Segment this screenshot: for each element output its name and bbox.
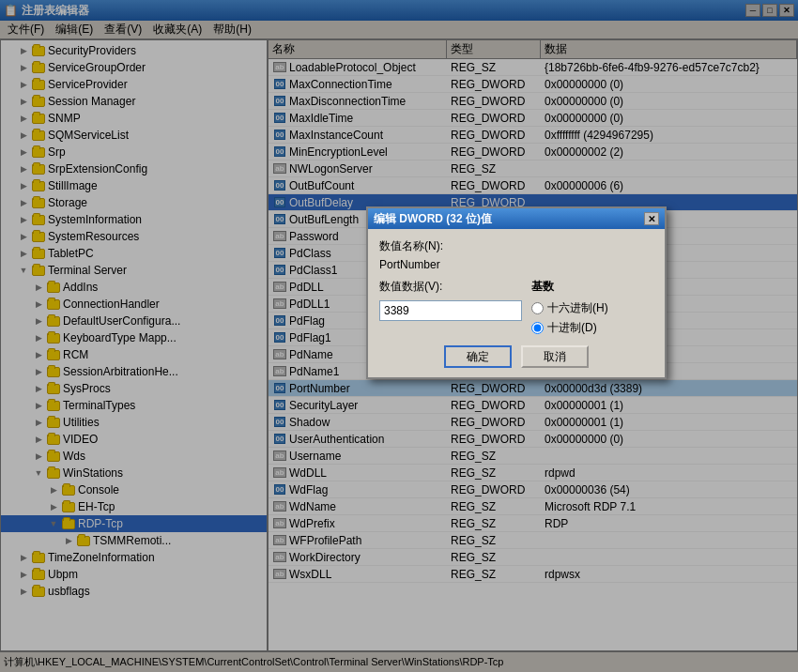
radio-dec-label[interactable]: 十进制(D) (531, 320, 653, 336)
radio-hex[interactable] (531, 302, 544, 314)
dialog-close-button[interactable]: ✕ (644, 212, 659, 225)
field-name-value: PortNumber (379, 256, 653, 279)
dialog-buttons: 确定 取消 (379, 345, 653, 368)
radio-group: 十六进制(H) 十进制(D) (531, 300, 653, 336)
dialog-title-text: 编辑 DWORD (32 位)值 (374, 211, 492, 227)
radio-dec[interactable] (531, 322, 544, 334)
dialog: 编辑 DWORD (32 位)值 ✕ 数值名称(N): PortNumber 数… (366, 206, 667, 379)
radio-hex-label[interactable]: 十六进制(H) (531, 300, 653, 316)
value-left: 数值数据(V): (379, 279, 522, 336)
modal-overlay: 编辑 DWORD (32 位)值 ✕ 数值名称(N): PortNumber 数… (0, 0, 798, 672)
base-label: 基数 (531, 279, 653, 295)
field-data-input[interactable] (379, 300, 522, 321)
cancel-button[interactable]: 取消 (521, 345, 589, 368)
value-input-row: 数值数据(V): 基数 十六进制(H) 十进制(D) (379, 279, 653, 336)
ok-button[interactable]: 确定 (444, 345, 512, 368)
value-right: 基数 十六进制(H) 十进制(D) (531, 279, 653, 336)
field-data-label: 数值数据(V): (379, 279, 522, 295)
dialog-title-bar: 编辑 DWORD (32 位)值 ✕ (368, 208, 665, 229)
dialog-body: 数值名称(N): PortNumber 数值数据(V): 基数 十六进制(H) (368, 229, 665, 377)
field-name-label: 数值名称(N): (379, 238, 653, 254)
